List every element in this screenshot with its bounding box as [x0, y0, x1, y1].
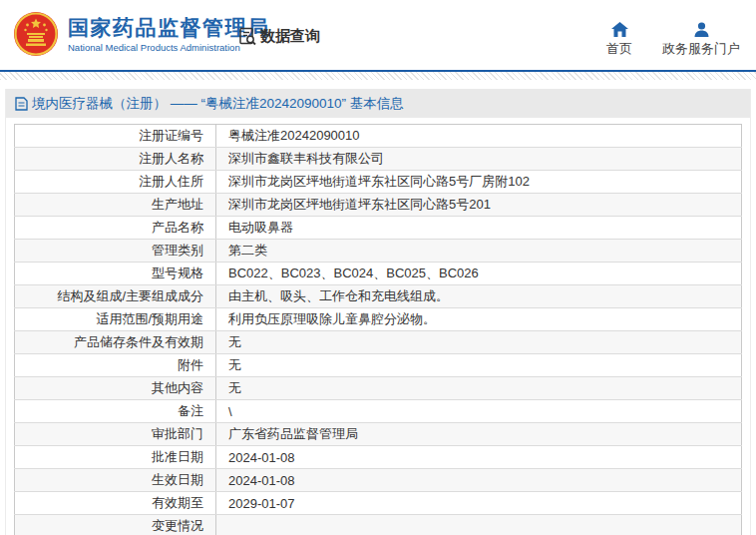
row-label-text: 审批部门	[152, 426, 203, 441]
top-nav: 首页 政务服务门户	[606, 22, 740, 58]
row-value-text: 2024-01-08	[228, 473, 295, 488]
row-label: 产品名称	[15, 217, 216, 240]
row-value: 无	[216, 354, 742, 377]
main-content: 境内医疗器械（注册） —— “粤械注准20242090010” 基本信息 注册证…	[5, 89, 751, 535]
row-label: 结构及组成/主要组成成分	[15, 285, 216, 308]
row-label-text: 变更情况	[152, 518, 203, 533]
table-row: 附件无	[15, 354, 742, 377]
table-row: 型号规格BC022、BC023、BC024、BC025、BC026	[15, 263, 742, 285]
table-row: 注册人名称深圳市鑫联丰科技有限公司	[15, 148, 742, 171]
table-row: 产品名称电动吸鼻器	[15, 217, 742, 240]
row-label-text: 结构及组成/主要组成成分	[57, 288, 203, 303]
site-logo[interactable]: 国家药品监督管理局 National Medical Products Admi…	[13, 11, 270, 57]
table-row: 生效日期2024-01-08	[15, 469, 742, 492]
row-label-text: 产品名称	[152, 220, 203, 235]
nav-gov-portal-label: 政务服务门户	[662, 40, 740, 58]
nav-home[interactable]: 首页	[606, 22, 632, 58]
table-row: 其他内容无	[15, 377, 742, 400]
row-value: \	[216, 400, 742, 423]
document-search-icon	[238, 27, 257, 46]
row-label: 注册人住所	[15, 171, 216, 194]
table-row: 产品储存条件及有效期无	[15, 331, 742, 354]
hatch-strip	[0, 72, 756, 80]
row-label: 产品储存条件及有效期	[15, 331, 216, 354]
row-value: 广东省药品监督管理局	[216, 423, 742, 446]
row-label-text: 附件	[178, 357, 203, 372]
info-table-body: 注册证编号粤械注准20242090010注册人名称深圳市鑫联丰科技有限公司注册人…	[15, 125, 742, 535]
site-header: 国家药品监督管理局 National Medical Products Admi…	[0, 0, 756, 70]
row-label-text: 生产地址	[152, 197, 203, 212]
table-row: 适用范围/预期用途利用负压原理吸除儿童鼻腔分泌物。	[15, 308, 742, 331]
row-label-text: 管理类别	[152, 243, 203, 258]
row-label-text: 注册人名称	[139, 151, 203, 166]
row-value: 利用负压原理吸除儿童鼻腔分泌物。	[216, 308, 742, 331]
row-label: 适用范围/预期用途	[15, 308, 216, 331]
row-label: 注册证编号	[15, 125, 216, 148]
row-value: 深圳市龙岗区坪地街道坪东社区同心路5号201	[216, 194, 742, 217]
row-value: 粤械注准20242090010	[216, 125, 742, 148]
row-label-text: 其他内容	[152, 380, 203, 395]
nav-gov-portal[interactable]: 政务服务门户	[662, 22, 740, 58]
row-value: 无	[216, 377, 742, 400]
row-value: 无	[216, 331, 742, 354]
table-row: 生产地址深圳市龙岗区坪地街道坪东社区同心路5号201	[15, 194, 742, 217]
data-query-button[interactable]: 数据查询	[238, 27, 320, 46]
row-value: 2024-01-08	[216, 469, 742, 492]
row-label: 批准日期	[15, 446, 216, 469]
table-row: 变更情况	[15, 515, 742, 535]
row-value-text: 由主机、吸头、工作仓和充电线组成。	[228, 288, 449, 303]
row-value	[216, 515, 742, 535]
row-value-text: 无	[228, 380, 241, 395]
row-value-text: 无	[228, 357, 241, 372]
row-label: 生产地址	[15, 194, 216, 217]
row-label-text: 有效期至	[152, 495, 203, 510]
row-value-text: 深圳市龙岗区坪地街道坪东社区同心路5号厂房附102	[228, 174, 530, 189]
info-table-wrap: 注册证编号粤械注准20242090010注册人名称深圳市鑫联丰科技有限公司注册人…	[14, 124, 742, 535]
row-value: 电动吸鼻器	[216, 217, 742, 240]
row-value: 由主机、吸头、工作仓和充电线组成。	[216, 285, 742, 308]
table-row: 批准日期2024-01-08	[15, 446, 742, 469]
row-value-text: 2029-01-07	[228, 496, 295, 511]
row-label: 管理类别	[15, 240, 216, 263]
row-value-text: 利用负压原理吸除儿童鼻腔分泌物。	[228, 311, 436, 326]
table-row: 结构及组成/主要组成成分由主机、吸头、工作仓和充电线组成。	[15, 285, 742, 308]
row-label: 生效日期	[15, 469, 216, 492]
row-label: 附件	[15, 354, 216, 377]
row-label: 型号规格	[15, 263, 216, 285]
table-row: 管理类别第二类	[15, 240, 742, 263]
row-label: 有效期至	[15, 492, 216, 515]
row-value-text: BC022、BC023、BC024、BC025、BC026	[228, 266, 479, 280]
row-label-text: 适用范围/预期用途	[96, 311, 203, 326]
row-label-text: 产品储存条件及有效期	[74, 334, 203, 349]
row-label: 备注	[15, 400, 216, 423]
row-value: 深圳市鑫联丰科技有限公司	[216, 148, 742, 171]
row-value-text: 2024-01-08	[228, 450, 295, 465]
table-row: 备注\	[15, 400, 742, 423]
row-value: 深圳市龙岗区坪地街道坪东社区同心路5号厂房附102	[216, 171, 742, 194]
row-value-text: 广东省药品监督管理局	[228, 426, 358, 441]
row-label-text: 批准日期	[152, 449, 203, 464]
row-label: 注册人名称	[15, 148, 216, 171]
section-title-bar: 境内医疗器械（注册） —— “粤械注准20242090010” 基本信息	[6, 89, 750, 118]
row-value-text: 第二类	[228, 243, 267, 258]
info-table: 注册证编号粤械注准20242090010注册人名称深圳市鑫联丰科技有限公司注册人…	[14, 124, 742, 535]
row-value-text: \	[228, 404, 232, 419]
table-row: 注册证编号粤械注准20242090010	[15, 125, 742, 148]
section-title: 境内医疗器械（注册） —— “粤械注准20242090010” 基本信息	[32, 95, 404, 113]
row-label-text: 生效日期	[152, 472, 203, 487]
row-value: 第二类	[216, 240, 742, 263]
row-value-text: 粤械注准20242090010	[228, 128, 360, 143]
nav-home-label: 首页	[606, 40, 632, 58]
row-value: 2024-01-08	[216, 446, 742, 469]
row-label-text: 型号规格	[152, 266, 203, 280]
data-query-label: 数据查询	[260, 27, 320, 46]
row-label-text: 注册证编号	[139, 128, 203, 143]
home-icon	[611, 22, 628, 37]
row-label: 变更情况	[15, 515, 216, 535]
table-row: 审批部门广东省药品监督管理局	[15, 423, 742, 446]
document-icon	[15, 97, 28, 111]
row-value-text: 无	[228, 334, 241, 349]
row-label: 其他内容	[15, 377, 216, 400]
user-icon	[694, 22, 709, 37]
row-label: 审批部门	[15, 423, 216, 446]
